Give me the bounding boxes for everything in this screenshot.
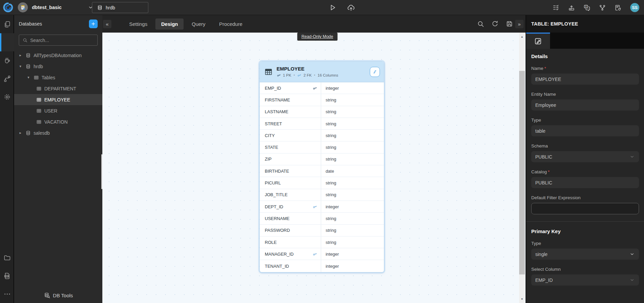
entity-card-employee[interactable]: EMPLOYEE 1 PK • 2 FK • 16 Columns (259, 61, 384, 272)
column-row-firstname[interactable]: FIRSTNAMEstring (260, 94, 384, 106)
scrollbar-thumb[interactable] (519, 71, 525, 274)
column-row-street[interactable]: STREETstring (260, 118, 384, 130)
schema-select[interactable]: PUBLIC (531, 151, 639, 162)
rail-item-coffee[interactable] (0, 51, 14, 70)
tree-item-employee[interactable]: EMPLOYEE (14, 94, 102, 105)
column-type: integer (321, 248, 384, 260)
field-schema: SchemaPUBLIC (531, 143, 639, 162)
catalog-input[interactable]: PUBLIC (531, 177, 639, 188)
field-type: Typesingle (531, 241, 639, 260)
caret-down-icon[interactable]: ▾ (19, 64, 26, 69)
column-name-cell: ZIP (260, 154, 321, 165)
caret-right-icon[interactable]: ▸ (19, 53, 26, 57)
search-button[interactable] (477, 20, 484, 28)
rail-item-pages[interactable] (0, 15, 14, 33)
column-type: string (321, 189, 384, 201)
panel-body: DetailsName*EMPLOYEEEntity NameEmployeeT… (526, 49, 644, 303)
tree-item-tables[interactable]: ▾Tables (14, 72, 102, 83)
tab-query[interactable]: Query (186, 18, 211, 30)
column-row-role[interactable]: ROLEstring (260, 236, 384, 248)
tree-item-hrdb[interactable]: ▾hrdb (14, 61, 102, 72)
tab-edit-details[interactable] (526, 33, 550, 49)
cloud-upload-button[interactable] (347, 3, 355, 12)
primary-key-icon (277, 73, 281, 78)
tab-procedure[interactable]: Procedure (213, 18, 248, 30)
column-row-dept-id[interactable]: DEPT_IDinteger (260, 201, 384, 213)
design-canvas[interactable]: Read-Only Mode EMPLOYEE 1 PK • 2 FK • (102, 33, 526, 303)
doc-sync-button[interactable] (614, 4, 622, 11)
more-dots-icon (3, 290, 11, 298)
project-switcher[interactable]: dbtest_basic (18, 2, 94, 12)
select-column-select[interactable]: EMP_ID (531, 274, 639, 286)
column-row-picurl[interactable]: PICURLstring (260, 177, 384, 189)
column-row-city[interactable]: CITYstring (260, 130, 384, 141)
search-input[interactable] (30, 38, 94, 43)
column-row-username[interactable]: USERNAMEstring (260, 213, 384, 224)
fk-count: 2 FK (303, 73, 311, 77)
rail-item-database[interactable] (0, 33, 14, 51)
caret-down-icon[interactable]: ▾ (28, 75, 34, 80)
section-divider (526, 221, 644, 222)
deploy-button[interactable] (568, 4, 575, 11)
tab-design[interactable]: Design (155, 18, 184, 30)
sidebar-header: Databases (14, 15, 102, 33)
column-row-tenant-id[interactable]: TENANT_IDinteger (260, 260, 384, 272)
play-button[interactable] (328, 3, 337, 12)
default-filter-expression-input[interactable] (531, 203, 639, 214)
version-branch-button[interactable] (599, 4, 606, 11)
column-row-manager-id[interactable]: MANAGER_IDinteger (260, 248, 384, 260)
relationships-button[interactable] (370, 67, 380, 77)
column-name-cell: JOB_TITLE (260, 189, 321, 201)
type-select[interactable]: single (531, 249, 639, 260)
scroll-down-arrow[interactable]: ▼ (519, 296, 525, 302)
column-name: PASSWORD (265, 228, 290, 233)
canvas-scrollbar[interactable]: ▲ ▼ (519, 33, 525, 303)
column-name: ZIP (265, 157, 271, 162)
task-list-button[interactable] (552, 4, 560, 11)
name-input[interactable]: EMPLOYEE (531, 74, 639, 85)
section-heading-primary-key: Primary Key (531, 228, 639, 234)
column-row-birthdate[interactable]: BIRTHDATEdate (260, 165, 384, 177)
tree-item-vacation[interactable]: VACATION (14, 116, 102, 127)
column-row-zip[interactable]: ZIPstring (260, 154, 384, 165)
refresh-icon (491, 20, 499, 28)
connection-tab-hrdb[interactable]: hrdb (92, 2, 148, 13)
caret-right-icon[interactable]: ▸ (19, 131, 26, 135)
column-row-state[interactable]: STATEstring (260, 141, 384, 153)
rail-item-settings[interactable] (0, 88, 14, 106)
column-name: JOB_TITLE (265, 192, 288, 197)
tree-item-alltypesdbautomation[interactable]: ▸AllTypesDBAutomation (14, 50, 102, 61)
db-icon (26, 130, 31, 136)
column-row-emp-id[interactable]: EMP_IDinteger (260, 82, 384, 94)
add-database-button[interactable] (89, 19, 98, 28)
column-type: string (321, 94, 384, 105)
scroll-up-arrow[interactable]: ▲ (519, 34, 525, 39)
column-name-cell: MANAGER_ID (260, 248, 321, 260)
db-tools-button[interactable]: DB Tools (14, 288, 102, 303)
column-name: STATE (265, 145, 278, 150)
collapse-sidebar-button[interactable]: « (103, 20, 111, 28)
table-icon (36, 86, 42, 91)
refresh-button[interactable] (491, 20, 499, 28)
column-row-password[interactable]: PASSWORDstring (260, 225, 384, 236)
tree-item-user[interactable]: USER (14, 105, 102, 116)
tree-item-department[interactable]: DEPARTMENT (14, 83, 102, 94)
db-icon (26, 64, 31, 69)
entity-name-input[interactable]: Employee (531, 99, 639, 111)
column-row-lastname[interactable]: LASTNAMEstring (260, 106, 384, 118)
translate-button[interactable] (583, 4, 591, 11)
rail-item-more-dots[interactable] (0, 285, 14, 303)
expand-panel-button[interactable]: » (515, 20, 524, 28)
column-row-job-title[interactable]: JOB_TITLEstring (260, 189, 384, 201)
column-type: integer (321, 260, 384, 272)
rail-item-pipeline[interactable] (0, 70, 14, 88)
user-avatar[interactable]: SS (630, 2, 640, 13)
type-input[interactable]: table (531, 125, 639, 136)
save-button[interactable] (506, 20, 513, 28)
tree-item-salesdb[interactable]: ▸salesdb (14, 127, 102, 138)
column-name: DEPT_ID (265, 204, 283, 209)
column-type: string (321, 177, 384, 188)
rail-item-log-file[interactable] (0, 267, 14, 285)
tab-settings[interactable]: Settings (123, 18, 153, 30)
rail-item-folder[interactable] (0, 249, 14, 267)
